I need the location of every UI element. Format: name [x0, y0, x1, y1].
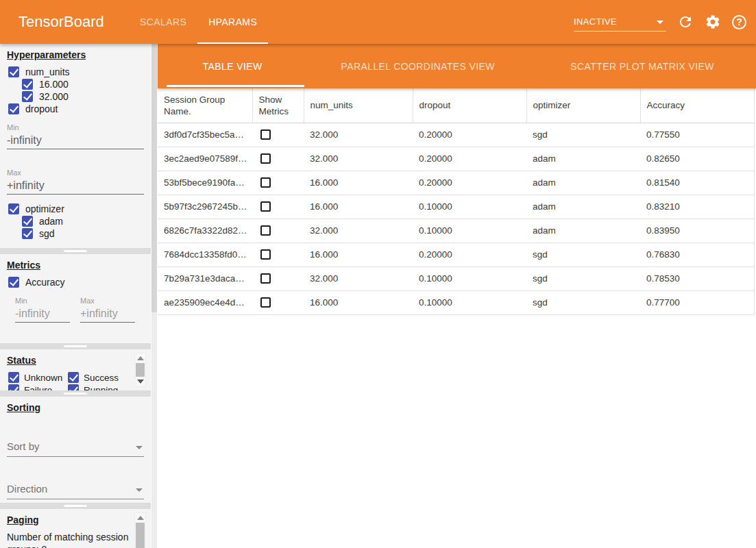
metric-accuracy[interactable]: Accuracy — [8, 276, 151, 288]
sort-by-select[interactable]: Sort by — [7, 436, 144, 457]
dropout-max-input[interactable] — [7, 177, 144, 195]
hparam-optimizer[interactable]: optimizer — [8, 203, 151, 215]
table-row: 7b29a731e3daca… 32.000 0.10000 sgd 0.785… — [158, 266, 754, 290]
scroll-up-icon[interactable] — [137, 516, 144, 520]
metrics-section: Metrics Accuracy Min Max — [0, 254, 151, 343]
status-scrollbar[interactable] — [134, 353, 146, 387]
section-resize-handle[interactable] — [0, 390, 151, 397]
accuracy-min-input[interactable] — [15, 305, 70, 323]
hparam-num-units-value-16[interactable]: 16.000 — [7, 78, 151, 90]
chevron-down-icon — [657, 21, 663, 24]
checkbox-32[interactable] — [22, 91, 33, 102]
refresh-icon — [677, 14, 694, 30]
checkbox-success[interactable] — [68, 372, 79, 383]
col-show-metrics: Show Metrics — [252, 88, 304, 123]
dropout-min-label: Min — [7, 123, 151, 132]
section-resize-handle[interactable] — [0, 343, 151, 349]
checkbox-failure[interactable] — [8, 384, 19, 390]
table-row: 3ec2aed9e07589f… 32.000 0.20000 adam 0.8… — [158, 147, 754, 171]
table-row: 6826c7fa3322d82… 32.000 0.10000 adam 0.8… — [158, 219, 754, 242]
help-icon: ? — [736, 16, 742, 27]
session-group-name: 5b97f3c2967245b… — [158, 195, 252, 219]
hparam-num-units[interactable]: num_units — [8, 66, 151, 78]
hparams-main: TABLE VIEW PARALLEL COORDINATES VIEW SCA… — [158, 44, 756, 548]
checkbox-unknown[interactable] — [8, 372, 19, 383]
status-unknown[interactable]: Unknown — [8, 371, 68, 384]
refresh-button[interactable] — [677, 14, 694, 30]
checkbox-running[interactable] — [68, 384, 79, 390]
hparam-optimizer-sgd[interactable]: sgd — [7, 227, 151, 240]
checkbox-adam[interactable] — [22, 216, 33, 227]
matching-groups-count: Number of matching session groups: 8 — [7, 531, 134, 548]
table-row: 3df0d7cf35bec5a… 32.000 0.20000 sgd 0.77… — [158, 123, 754, 147]
app-header: TensorBoard SCALARS HPARAMS INACTIVE ? — [0, 0, 756, 44]
show-metrics-checkbox[interactable] — [260, 273, 271, 284]
col-session-group-name: Session Group Name. — [158, 88, 252, 123]
section-resize-handle[interactable] — [0, 503, 151, 509]
status-failure[interactable]: Failure — [8, 384, 68, 390]
run-status-value: INACTIVE — [574, 16, 617, 27]
show-metrics-checkbox[interactable] — [260, 249, 271, 260]
tab-scatter-plot-matrix-view[interactable]: SCATTER PLOT MATRIX VIEW — [528, 44, 756, 88]
scrollbar-thumb[interactable] — [136, 523, 145, 548]
session-group-name: 53bf5bece9190fa… — [158, 171, 252, 195]
hparams-sidebar: Hyperparameters num_units 16.000 32.000 … — [0, 44, 151, 548]
tab-table-view[interactable]: TABLE VIEW — [158, 44, 307, 88]
session-group-name: ae235909ec4e4d… — [158, 290, 252, 314]
show-metrics-checkbox[interactable] — [260, 225, 271, 236]
status-success[interactable]: Success — [68, 371, 127, 384]
direction-select[interactable]: Direction — [7, 479, 144, 499]
scroll-up-icon[interactable] — [137, 356, 144, 360]
chevron-down-icon — [136, 488, 143, 492]
chevron-down-icon — [136, 446, 143, 449]
show-metrics-checkbox[interactable] — [260, 297, 271, 308]
table-row: 5b97f3c2967245b… 16.000 0.10000 adam 0.8… — [158, 195, 754, 219]
table-row: 53bf5bece9190fa… 16.000 0.20000 adam 0.8… — [158, 171, 754, 195]
accuracy-max-input[interactable] — [80, 305, 135, 323]
dropout-min-input[interactable] — [7, 132, 144, 149]
section-resize-handle[interactable] — [0, 248, 151, 254]
checkbox-num-units[interactable] — [8, 66, 19, 77]
settings-button[interactable] — [705, 14, 721, 30]
hparam-num-units-value-32[interactable]: 32.000 — [7, 90, 151, 103]
hyperparameters-section: Hyperparameters num_units 16.000 32.000 … — [0, 44, 151, 248]
col-optimizer: optimizer — [526, 88, 640, 123]
paging-scrollbar[interactable] — [134, 512, 146, 548]
session-group-name: 7684dcc13358fd0… — [158, 242, 252, 266]
scroll-down-icon[interactable] — [137, 379, 144, 384]
checkbox-sgd[interactable] — [22, 228, 33, 239]
run-status-select[interactable]: INACTIVE — [574, 12, 666, 32]
accuracy-max-label: Max — [80, 297, 135, 305]
show-metrics-checkbox[interactable] — [260, 153, 271, 164]
hparam-optimizer-adam[interactable]: adam — [7, 215, 151, 227]
app-title: TensorBoard — [19, 0, 104, 44]
header-actions: INACTIVE ? — [574, 0, 746, 44]
hparam-dropout[interactable]: dropout — [8, 103, 151, 115]
checkbox-optimizer[interactable] — [8, 203, 19, 214]
scrollbar-thumb[interactable] — [151, 44, 157, 312]
gear-icon — [705, 14, 721, 30]
help-button[interactable]: ? — [732, 15, 746, 29]
session-group-name: 6826c7fa3322d82… — [158, 219, 252, 242]
tab-hparams[interactable]: HPARAMS — [197, 0, 268, 44]
col-num-units: num_units — [304, 88, 413, 123]
session-group-name: 7b29a731e3daca… — [158, 266, 252, 290]
view-tabs: TABLE VIEW PARALLEL COORDINATES VIEW SCA… — [158, 44, 756, 88]
status-running[interactable]: Running — [68, 384, 127, 390]
show-metrics-checkbox[interactable] — [260, 129, 271, 140]
checkbox-accuracy[interactable] — [8, 277, 19, 288]
col-dropout: dropout — [413, 88, 526, 123]
show-metrics-checkbox[interactable] — [260, 177, 271, 188]
paging-heading: Paging — [7, 514, 151, 525]
checkbox-dropout[interactable] — [8, 103, 19, 114]
tab-parallel-coordinates-view[interactable]: PARALLEL COORDINATES VIEW — [307, 44, 528, 88]
scrollbar-thumb[interactable] — [136, 363, 145, 377]
table-row: 7684dcc13358fd0… 16.000 0.20000 sgd 0.76… — [158, 242, 754, 266]
hyperparameters-heading: Hyperparameters — [7, 49, 151, 60]
col-accuracy: Accuracy — [640, 88, 754, 123]
status-heading: Status — [7, 355, 151, 366]
checkbox-16[interactable] — [22, 79, 33, 90]
show-metrics-checkbox[interactable] — [260, 201, 271, 212]
tab-scalars[interactable]: SCALARS — [129, 0, 197, 44]
sidebar-scrollbar[interactable] — [151, 44, 157, 548]
